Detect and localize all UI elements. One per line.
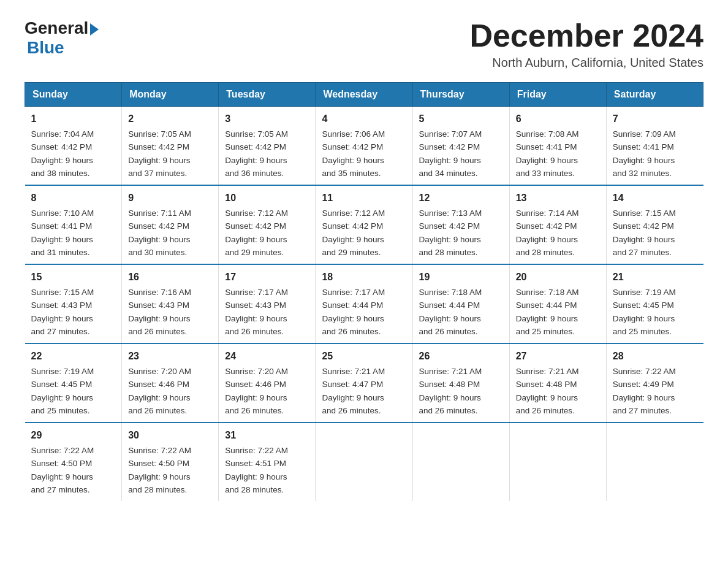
day-info: Sunrise: 7:15 AMSunset: 4:42 PMDaylight:…: [613, 209, 676, 257]
logo-arrow-icon: [90, 23, 99, 36]
calendar-week-row: 29Sunrise: 7:22 AMSunset: 4:50 PMDayligh…: [25, 423, 703, 501]
day-number: 22: [31, 349, 116, 364]
day-number: 29: [31, 428, 116, 443]
day-info: Sunrise: 7:06 AMSunset: 4:42 PMDaylight:…: [322, 129, 385, 178]
weekday-header-tuesday: Tuesday: [219, 83, 316, 107]
day-number: 1: [31, 112, 116, 126]
calendar-cell: [509, 423, 606, 501]
calendar-cell: 6Sunrise: 7:08 AMSunset: 4:41 PMDaylight…: [509, 107, 606, 186]
day-number: 24: [225, 349, 309, 364]
calendar-cell: 3Sunrise: 7:05 AMSunset: 4:42 PMDaylight…: [219, 107, 316, 186]
day-number: 7: [613, 112, 697, 126]
day-number: 2: [128, 112, 212, 126]
calendar-cell: [316, 423, 412, 501]
weekday-header-monday: Monday: [122, 83, 219, 107]
calendar-cell: 26Sunrise: 7:21 AMSunset: 4:48 PMDayligh…: [412, 343, 509, 423]
day-info: Sunrise: 7:17 AMSunset: 4:44 PMDaylight:…: [322, 288, 385, 336]
calendar-cell: 9Sunrise: 7:11 AMSunset: 4:42 PMDaylight…: [122, 185, 219, 264]
day-number: 6: [516, 112, 600, 126]
calendar-cell: 21Sunrise: 7:19 AMSunset: 4:45 PMDayligh…: [606, 264, 703, 343]
calendar-cell: 27Sunrise: 7:21 AMSunset: 4:48 PMDayligh…: [509, 343, 606, 423]
day-info: Sunrise: 7:16 AMSunset: 4:43 PMDaylight:…: [128, 288, 191, 336]
day-number: 8: [31, 191, 116, 205]
calendar-cell: 13Sunrise: 7:14 AMSunset: 4:42 PMDayligh…: [509, 185, 606, 264]
calendar-cell: 28Sunrise: 7:22 AMSunset: 4:49 PMDayligh…: [606, 343, 703, 423]
day-info: Sunrise: 7:05 AMSunset: 4:42 PMDaylight:…: [225, 129, 288, 178]
calendar-week-row: 8Sunrise: 7:10 AMSunset: 4:41 PMDaylight…: [25, 185, 703, 264]
day-info: Sunrise: 7:09 AMSunset: 4:41 PMDaylight:…: [613, 129, 676, 178]
day-info: Sunrise: 7:15 AMSunset: 4:43 PMDaylight:…: [31, 288, 94, 336]
day-info: Sunrise: 7:20 AMSunset: 4:46 PMDaylight:…: [128, 367, 191, 415]
day-info: Sunrise: 7:13 AMSunset: 4:42 PMDaylight:…: [419, 209, 482, 257]
calendar-month-year: December 2024: [469, 18, 703, 53]
calendar-cell: 17Sunrise: 7:17 AMSunset: 4:43 PMDayligh…: [219, 264, 316, 343]
day-number: 9: [128, 191, 212, 205]
day-number: 4: [322, 112, 406, 126]
calendar-cell: 24Sunrise: 7:20 AMSunset: 4:46 PMDayligh…: [219, 343, 316, 423]
calendar-cell: 10Sunrise: 7:12 AMSunset: 4:42 PMDayligh…: [219, 185, 316, 264]
page-header: General Blue December 2024 North Auburn,…: [25, 18, 703, 70]
logo-general-text: General: [25, 18, 88, 38]
day-info: Sunrise: 7:05 AMSunset: 4:42 PMDaylight:…: [128, 129, 191, 178]
calendar-cell: 11Sunrise: 7:12 AMSunset: 4:42 PMDayligh…: [316, 185, 412, 264]
logo-blue-text: Blue: [27, 38, 64, 57]
calendar-week-row: 1Sunrise: 7:04 AMSunset: 4:42 PMDaylight…: [25, 107, 703, 186]
weekday-header-thursday: Thursday: [412, 83, 509, 107]
calendar-cell: 8Sunrise: 7:10 AMSunset: 4:41 PMDaylight…: [25, 185, 122, 264]
calendar-week-row: 22Sunrise: 7:19 AMSunset: 4:45 PMDayligh…: [25, 343, 703, 423]
day-info: Sunrise: 7:18 AMSunset: 4:44 PMDaylight:…: [419, 288, 482, 336]
day-number: 31: [225, 428, 309, 443]
calendar-cell: 30Sunrise: 7:22 AMSunset: 4:50 PMDayligh…: [122, 423, 219, 501]
day-number: 28: [613, 349, 697, 364]
day-number: 30: [128, 428, 212, 443]
calendar-table: SundayMondayTuesdayWednesdayThursdayFrid…: [25, 82, 703, 501]
day-info: Sunrise: 7:21 AMSunset: 4:48 PMDaylight:…: [419, 367, 482, 415]
day-info: Sunrise: 7:22 AMSunset: 4:50 PMDaylight:…: [128, 446, 191, 494]
calendar-cell: 20Sunrise: 7:18 AMSunset: 4:44 PMDayligh…: [509, 264, 606, 343]
day-info: Sunrise: 7:22 AMSunset: 4:49 PMDaylight:…: [613, 367, 676, 415]
day-number: 5: [419, 112, 503, 126]
calendar-header-row: SundayMondayTuesdayWednesdayThursdayFrid…: [25, 83, 703, 107]
day-number: 16: [128, 270, 212, 285]
day-number: 18: [322, 270, 406, 285]
calendar-cell: 16Sunrise: 7:16 AMSunset: 4:43 PMDayligh…: [122, 264, 219, 343]
calendar-cell: 25Sunrise: 7:21 AMSunset: 4:47 PMDayligh…: [316, 343, 412, 423]
calendar-cell: 4Sunrise: 7:06 AMSunset: 4:42 PMDaylight…: [316, 107, 412, 186]
day-number: 15: [31, 270, 116, 285]
day-number: 3: [225, 112, 309, 126]
day-info: Sunrise: 7:21 AMSunset: 4:48 PMDaylight:…: [516, 367, 579, 415]
logo: General Blue: [25, 18, 99, 58]
day-info: Sunrise: 7:08 AMSunset: 4:41 PMDaylight:…: [516, 129, 579, 178]
day-number: 27: [516, 349, 600, 364]
calendar-cell: 23Sunrise: 7:20 AMSunset: 4:46 PMDayligh…: [122, 343, 219, 423]
day-info: Sunrise: 7:22 AMSunset: 4:50 PMDaylight:…: [31, 446, 94, 494]
day-number: 11: [322, 191, 406, 205]
calendar-cell: 29Sunrise: 7:22 AMSunset: 4:50 PMDayligh…: [25, 423, 122, 501]
weekday-header-saturday: Saturday: [606, 83, 703, 107]
calendar-cell: 18Sunrise: 7:17 AMSunset: 4:44 PMDayligh…: [316, 264, 412, 343]
calendar-cell: 1Sunrise: 7:04 AMSunset: 4:42 PMDaylight…: [25, 107, 122, 186]
day-number: 19: [419, 270, 503, 285]
day-info: Sunrise: 7:10 AMSunset: 4:41 PMDaylight:…: [31, 209, 94, 257]
day-info: Sunrise: 7:11 AMSunset: 4:42 PMDaylight:…: [128, 209, 191, 257]
day-number: 12: [419, 191, 503, 205]
calendar-cell: 15Sunrise: 7:15 AMSunset: 4:43 PMDayligh…: [25, 264, 122, 343]
day-info: Sunrise: 7:12 AMSunset: 4:42 PMDaylight:…: [322, 209, 385, 257]
day-number: 26: [419, 349, 503, 364]
day-info: Sunrise: 7:17 AMSunset: 4:43 PMDaylight:…: [225, 288, 288, 336]
weekday-header-sunday: Sunday: [25, 83, 122, 107]
calendar-cell: [412, 423, 509, 501]
calendar-cell: 5Sunrise: 7:07 AMSunset: 4:42 PMDaylight…: [412, 107, 509, 186]
day-info: Sunrise: 7:07 AMSunset: 4:42 PMDaylight:…: [419, 129, 482, 178]
day-info: Sunrise: 7:20 AMSunset: 4:46 PMDaylight:…: [225, 367, 288, 415]
calendar-cell: 12Sunrise: 7:13 AMSunset: 4:42 PMDayligh…: [412, 185, 509, 264]
day-number: 25: [322, 349, 406, 364]
weekday-header-friday: Friday: [509, 83, 606, 107]
weekday-header-wednesday: Wednesday: [316, 83, 412, 107]
calendar-cell: 14Sunrise: 7:15 AMSunset: 4:42 PMDayligh…: [606, 185, 703, 264]
day-number: 13: [516, 191, 600, 205]
calendar-cell: 2Sunrise: 7:05 AMSunset: 4:42 PMDaylight…: [122, 107, 219, 186]
calendar-title-block: December 2024 North Auburn, California, …: [469, 18, 703, 70]
day-number: 14: [613, 191, 697, 205]
day-number: 20: [516, 270, 600, 285]
